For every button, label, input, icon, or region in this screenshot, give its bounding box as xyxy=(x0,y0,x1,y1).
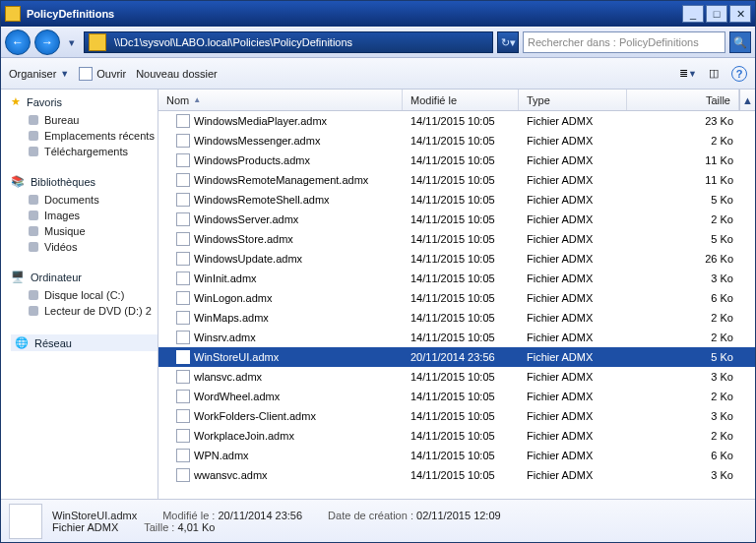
file-row[interactable]: WindowsMessenger.admx14/11/2015 10:05Fic… xyxy=(158,131,755,151)
col-nom[interactable]: Nom▲ xyxy=(158,90,403,110)
file-name: WordWheel.admx xyxy=(194,391,280,402)
search-input[interactable]: Rechercher dans : PolicyDefinitions xyxy=(523,31,725,53)
file-type: Fichier ADMX xyxy=(519,253,627,265)
file-type: Fichier ADMX xyxy=(519,233,627,245)
file-row[interactable]: WordWheel.admx14/11/2015 10:05Fichier AD… xyxy=(158,387,755,406)
file-size: 5 Ko xyxy=(627,233,755,245)
scroll-up-icon[interactable]: ▲ xyxy=(739,90,755,110)
refresh-button[interactable]: ↻⁠▾ xyxy=(497,31,519,53)
videos-icon xyxy=(29,242,38,252)
file-row[interactable]: WindowsRemoteManagement.admx14/11/2015 1… xyxy=(158,170,755,190)
file-type: Fichier ADMX xyxy=(519,213,627,225)
reseau-header[interactable]: 🌐Réseau xyxy=(11,334,158,351)
file-icon xyxy=(176,468,190,482)
search-button[interactable]: 🔍 xyxy=(729,31,751,53)
sidebar-item-videos[interactable]: Vidéos xyxy=(11,239,158,255)
file-row[interactable]: WindowsServer.admx14/11/2015 10:05Fichie… xyxy=(158,210,755,229)
file-icon xyxy=(176,252,190,266)
details-size-label: Taille : xyxy=(144,521,174,533)
help-icon[interactable]: ? xyxy=(731,66,747,82)
file-icon xyxy=(176,429,190,443)
close-button[interactable]: ✕ xyxy=(729,5,751,23)
sidebar: ★Favoris Bureau Emplacements récents Tél… xyxy=(1,90,158,499)
file-type: Fichier ADMX xyxy=(519,135,627,147)
file-row[interactable]: Winsrv.admx14/11/2015 10:05Fichier ADMX2… xyxy=(158,328,755,347)
sidebar-item-documents[interactable]: Documents xyxy=(11,192,158,208)
sidebar-item-disque-c[interactable]: Disque local (C:) xyxy=(11,287,158,303)
file-size: 11 Ko xyxy=(627,174,755,186)
history-dropdown[interactable]: ▾ xyxy=(64,30,80,55)
file-type: Fichier ADMX xyxy=(519,174,627,186)
file-type: Fichier ADMX xyxy=(519,469,627,481)
nouveau-dossier-button[interactable]: Nouveau dossier xyxy=(136,68,218,80)
file-row[interactable]: WorkplaceJoin.admx14/11/2015 10:05Fichie… xyxy=(158,426,755,446)
sidebar-item-bureau[interactable]: Bureau xyxy=(11,112,158,128)
favoris-header[interactable]: ★Favoris xyxy=(11,95,158,108)
file-row[interactable]: WindowsMediaPlayer.admx14/11/2015 10:05F… xyxy=(158,111,755,131)
file-row[interactable]: WindowsUpdate.admx14/11/2015 10:05Fichie… xyxy=(158,249,755,269)
sidebar-item-recents[interactable]: Emplacements récents xyxy=(11,128,158,144)
file-size: 2 Ko xyxy=(627,332,755,343)
file-size: 2 Ko xyxy=(627,312,755,324)
file-row[interactable]: WinStoreUI.admx20/11/2014 23:56Fichier A… xyxy=(158,347,755,367)
col-modifie[interactable]: Modifié le xyxy=(403,90,519,110)
file-row[interactable]: WindowsRemoteShell.admx14/11/2015 10:05F… xyxy=(158,190,755,210)
details-mod-label: Modifié le : xyxy=(162,510,215,521)
file-date: 14/11/2015 10:05 xyxy=(403,174,519,186)
details-created-value: 02/11/2015 12:09 xyxy=(416,510,501,521)
file-row[interactable]: wwansvc.admx14/11/2015 10:05Fichier ADMX… xyxy=(158,465,755,485)
col-type[interactable]: Type xyxy=(519,90,627,110)
sidebar-item-images[interactable]: Images xyxy=(11,208,158,223)
file-row[interactable]: WorkFolders-Client.admx14/11/2015 10:05F… xyxy=(158,406,755,426)
preview-pane-icon[interactable]: ◫ xyxy=(706,66,722,82)
file-size: 3 Ko xyxy=(627,469,755,481)
toolbar: Organiser▼ Ouvrir Nouveau dossier ≣▼ ◫ ? xyxy=(1,58,755,90)
ouvrir-button[interactable]: Ouvrir xyxy=(79,67,126,81)
file-date: 14/11/2015 10:05 xyxy=(403,430,519,442)
file-name: WorkFolders-Client.admx xyxy=(194,410,316,422)
file-size: 2 Ko xyxy=(627,213,755,225)
file-row[interactable]: WinInit.admx14/11/2015 10:05Fichier ADMX… xyxy=(158,269,755,288)
address-bar[interactable]: \\Dc1\sysvol\LABO.local\Policies\PolicyD… xyxy=(84,31,493,53)
view-options-icon[interactable]: ≣▼ xyxy=(680,66,696,82)
file-row[interactable]: WindowsStore.admx14/11/2015 10:05Fichier… xyxy=(158,229,755,249)
file-date: 14/11/2015 10:05 xyxy=(403,213,519,225)
details-type: Fichier ADMX xyxy=(52,521,118,533)
file-row[interactable]: wlansvc.admx14/11/2015 10:05Fichier ADMX… xyxy=(158,367,755,387)
file-list[interactable]: WindowsMediaPlayer.admx14/11/2015 10:05F… xyxy=(158,111,755,499)
file-type: Fichier ADMX xyxy=(519,450,627,461)
file-type: Fichier ADMX xyxy=(519,410,627,422)
biblio-header[interactable]: 📚Bibliothèques xyxy=(11,175,158,188)
column-headers: Nom▲ Modifié le Type Taille ▲ xyxy=(158,90,755,111)
file-row[interactable]: WinLogon.admx14/11/2015 10:05Fichier ADM… xyxy=(158,288,755,308)
col-taille[interactable]: Taille xyxy=(627,90,739,110)
sidebar-item-telechargements[interactable]: Téléchargements xyxy=(11,144,158,159)
search-placeholder: Rechercher dans : PolicyDefinitions xyxy=(528,36,699,48)
sidebar-item-dvd-d[interactable]: Lecteur de DVD (D:) 2 xyxy=(11,303,158,319)
file-date: 14/11/2015 10:05 xyxy=(403,115,519,127)
forward-button[interactable]: → xyxy=(34,30,60,55)
organiser-button[interactable]: Organiser▼ xyxy=(9,68,69,80)
file-size: 3 Ko xyxy=(627,272,755,284)
file-date: 14/11/2015 10:05 xyxy=(403,253,519,265)
file-size: 3 Ko xyxy=(627,410,755,422)
file-icon xyxy=(176,449,190,462)
back-button[interactable]: ← xyxy=(5,30,31,55)
sidebar-item-musique[interactable]: Musique xyxy=(11,223,158,239)
file-row[interactable]: WindowsProducts.admx14/11/2015 10:05Fich… xyxy=(158,151,755,170)
ordi-header[interactable]: 🖥️Ordinateur xyxy=(11,271,158,283)
star-icon: ★ xyxy=(11,95,21,108)
minimize-button[interactable]: _ xyxy=(682,5,704,23)
network-icon: 🌐 xyxy=(15,336,29,349)
file-icon xyxy=(176,370,190,384)
recent-icon xyxy=(29,131,38,141)
breadcrumb[interactable]: \\Dc1\sysvol\LABO.local\Policies\PolicyD… xyxy=(110,36,356,48)
maximize-button[interactable]: □ xyxy=(706,5,727,23)
file-row[interactable]: WinMaps.admx14/11/2015 10:05Fichier ADMX… xyxy=(158,308,755,328)
file-row[interactable]: WPN.admx14/11/2015 10:05Fichier ADMX6 Ko xyxy=(158,446,755,465)
file-date: 14/11/2015 10:05 xyxy=(403,469,519,481)
computer-icon: 🖥️ xyxy=(11,271,25,283)
chevron-down-icon: ▼ xyxy=(60,69,69,79)
file-icon xyxy=(176,193,190,207)
file-size: 3 Ko xyxy=(627,371,755,383)
